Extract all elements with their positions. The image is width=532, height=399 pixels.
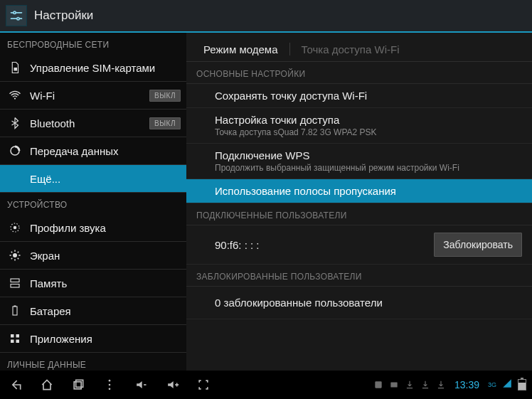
sidebar-item-label: Приложения [30, 333, 181, 345]
svg-rect-33 [76, 380, 83, 387]
sidebar-item-label: Управление SIM-картами [30, 62, 181, 74]
storage-icon [7, 275, 23, 291]
section-basic: ОСНОВНЫЕ НАСТРОЙКИ [186, 62, 532, 84]
app-title: Настройки [34, 9, 93, 23]
svg-rect-4 [14, 68, 18, 71]
settings-app-icon [6, 5, 27, 26]
battery-icon [7, 303, 23, 319]
sidebar-item-more[interactable]: Ещё... [0, 165, 186, 193]
nav-home-button[interactable] [31, 371, 63, 399]
sidebar-section-device: УСТРОЙСТВО [0, 193, 186, 214]
sidebar-item-sound[interactable]: Профили звука [0, 214, 186, 242]
svg-point-9 [13, 253, 17, 257]
nav-screenshot-button[interactable] [188, 371, 219, 399]
sim-icon [7, 60, 23, 75]
svg-line-15 [18, 258, 19, 260]
svg-rect-40 [375, 381, 381, 388]
setting-title: Сохранять точку доступа Wi-Fi [215, 90, 522, 102]
network-3g-icon: 3G [488, 381, 496, 388]
setting-subtitle: Продолжить выбранный защищенный режим на… [215, 163, 522, 173]
svg-line-17 [18, 252, 19, 253]
sidebar-section-personal: ЛИЧНЫЕ ДАННЫЕ [0, 353, 186, 371]
tab-modem[interactable]: Режим модема [195, 38, 287, 61]
notification-icon [389, 380, 399, 390]
sidebar-item-label: Wi-Fi [30, 90, 149, 102]
sidebar-item-battery[interactable]: Батарея [0, 297, 186, 325]
svg-line-14 [11, 252, 13, 253]
svg-point-5 [14, 97, 16, 99]
svg-rect-21 [14, 306, 16, 307]
setting-keep-hotspot[interactable]: Сохранять точку доступа Wi-Fi [186, 84, 532, 108]
nav-volume-up-button[interactable] [156, 371, 188, 399]
tab-hotspot[interactable]: Точка доступа Wi-Fi [293, 38, 408, 61]
main-pane: Режим модема Точка доступа Wi-Fi ОСНОВНЫ… [186, 33, 532, 371]
setting-wps[interactable]: Подключение WPS Продолжить выбранный защ… [186, 144, 532, 179]
status-clock: 13:39 [454, 379, 479, 390]
svg-point-36 [109, 388, 111, 390]
blank-icon [7, 171, 23, 186]
svg-point-2 [14, 11, 16, 14]
data-usage-icon [7, 143, 23, 159]
download-icon [405, 380, 415, 390]
svg-rect-25 [16, 340, 20, 344]
section-connected: ПОДКЛЮЧЕННЫЕ ПОЛЬЗОВАТЕЛИ [186, 203, 532, 225]
setting-title: Настройка точки доступа [215, 114, 522, 126]
section-blocked: ЗАБЛОКИРОВАННЫЕ ПОЛЬЗОВАТЕЛИ [186, 265, 532, 287]
setting-bandwidth[interactable]: Использование полосы пропускания [186, 179, 532, 203]
svg-point-7 [14, 226, 17, 230]
battery-status-icon [518, 379, 526, 390]
svg-point-34 [109, 380, 111, 382]
sidebar-item-label: Батарея [30, 305, 181, 317]
tab-divider [289, 43, 290, 55]
settings-sidebar: БЕСПРОВОДНЫЕ СЕТИ Управление SIM-картами… [0, 33, 186, 371]
signal-icon [502, 378, 512, 391]
sidebar-item-label: Ещё... [30, 173, 181, 185]
svg-rect-18 [11, 279, 19, 282]
wifi-toggle[interactable]: ВЫКЛ [149, 90, 181, 102]
system-nav-bar: 13:39 3G [0, 371, 532, 399]
block-button[interactable]: Заблокировать [434, 233, 522, 257]
sidebar-item-label: Экран [30, 250, 181, 262]
mac-address: 90:f6: : : : [215, 239, 434, 251]
sidebar-item-storage[interactable]: Память [0, 270, 186, 297]
apps-icon [7, 331, 23, 346]
bluetooth-icon [7, 115, 23, 131]
sidebar-item-wifi[interactable]: Wi-Fi ВЫКЛ [0, 82, 186, 110]
download-icon [436, 380, 446, 390]
svg-rect-23 [16, 334, 20, 338]
title-bar: Настройки [0, 0, 532, 33]
svg-rect-22 [11, 334, 14, 338]
nav-recent-button[interactable] [63, 371, 94, 399]
connected-user-row: 90:f6: : : : Заблокировать [186, 225, 532, 265]
status-area[interactable]: 13:39 3G [373, 378, 532, 391]
nav-back-button[interactable] [0, 371, 31, 399]
blocked-users-empty: 0 заблокированные пользователи [186, 287, 532, 319]
sidebar-item-label: Профили звука [30, 222, 181, 234]
svg-rect-32 [74, 382, 81, 389]
sidebar-item-label: Bluetooth [30, 117, 149, 129]
svg-rect-41 [390, 383, 397, 388]
setting-title: Подключение WPS [215, 149, 522, 161]
tab-bar: Режим модема Точка доступа Wi-Fi [186, 33, 532, 62]
bluetooth-toggle[interactable]: ВЫКЛ [149, 117, 181, 129]
sidebar-section-wireless: БЕСПРОВОДНЫЕ СЕТИ [0, 33, 186, 54]
svg-rect-24 [11, 340, 14, 344]
sound-icon [7, 220, 23, 235]
setting-subtitle: Точка доступа sQuad 7.82 3G WPA2 PSK [215, 127, 522, 137]
setting-setup-hotspot[interactable]: Настройка точки доступа Точка доступа sQ… [186, 108, 532, 144]
download-icon [420, 380, 430, 390]
sidebar-item-label: Передача данных [30, 145, 181, 157]
setting-title: Использование полосы пропускания [215, 185, 522, 197]
sidebar-item-display[interactable]: Экран [0, 242, 186, 270]
display-icon [7, 248, 23, 263]
sidebar-item-sim[interactable]: Управление SIM-картами [0, 54, 186, 82]
notification-icon [373, 380, 383, 390]
sidebar-item-apps[interactable]: Приложения [0, 325, 186, 353]
nav-menu-button[interactable] [94, 371, 125, 399]
svg-point-3 [17, 18, 19, 20]
sidebar-item-data-usage[interactable]: Передача данных [0, 137, 186, 165]
svg-rect-20 [13, 307, 17, 315]
svg-line-16 [11, 258, 13, 260]
nav-volume-down-button[interactable] [125, 371, 156, 399]
sidebar-item-bluetooth[interactable]: Bluetooth ВЫКЛ [0, 110, 186, 137]
